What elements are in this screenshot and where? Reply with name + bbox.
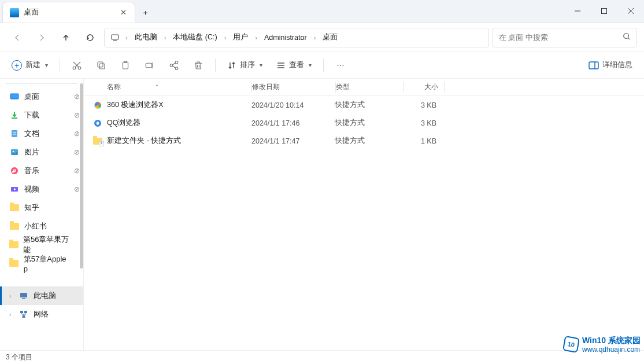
up-button[interactable]	[55, 27, 76, 48]
sort-asc-icon: ˄	[156, 84, 158, 90]
column-date[interactable]: 修改日期	[252, 82, 335, 92]
sidebar-item[interactable]: ›网络	[0, 305, 83, 323]
new-button[interactable]: + 新建 ▾	[6, 56, 54, 75]
column-size[interactable]: 大小	[404, 82, 444, 92]
sidebar-item-label: 第56章苹果万能	[23, 234, 69, 255]
svg-point-6	[624, 34, 629, 39]
sidebar[interactable]: 桌面⊘下载⊘文档⊘图片⊘音乐⊘视频⊘知乎⊘小红书⊘第56章苹果万能⊘第57章Ap…	[0, 79, 84, 350]
column-name[interactable]: 名称˄	[107, 82, 251, 92]
file-size: 3 KB	[402, 119, 442, 127]
view-button[interactable]: 查看 ▾	[271, 56, 317, 75]
file-icon	[92, 100, 103, 111]
copy-button[interactable]	[90, 56, 112, 75]
sidebar-item[interactable]: 第56章苹果万能⊘	[0, 236, 83, 254]
maximize-button[interactable]	[591, 0, 617, 23]
search-input[interactable]	[499, 34, 619, 42]
search-icon[interactable]	[623, 32, 631, 42]
details-pane-button[interactable]: 详细信息	[583, 56, 638, 75]
share-button[interactable]	[163, 56, 185, 75]
breadcrumb-item[interactable]: 用户	[231, 31, 250, 43]
back-button[interactable]	[7, 27, 28, 48]
folder-icon	[9, 203, 20, 213]
cut-button[interactable]	[66, 56, 88, 75]
pin-icon: ⊘	[74, 185, 80, 193]
close-window-button[interactable]	[617, 0, 644, 23]
sidebar-item[interactable]: 第57章Apple p⊘	[0, 254, 83, 273]
sidebar-item[interactable]: 音乐⊘	[0, 161, 83, 180]
chevron-right-icon: ›	[161, 34, 170, 41]
svg-rect-1	[602, 9, 607, 14]
sidebar-item[interactable]: 小红书⊘	[0, 217, 83, 236]
scrollbar-thumb[interactable]	[80, 83, 83, 269]
chevron-down-icon: ▾	[45, 62, 48, 68]
breadcrumb[interactable]: › 此电脑 › 本地磁盘 (C:) › 用户 › Administrator ›…	[104, 28, 489, 47]
sidebar-item[interactable]: 桌面⊘	[0, 87, 83, 106]
sidebar-item-label: 图片	[24, 147, 39, 157]
folder-icon	[9, 221, 20, 231]
video-icon	[9, 184, 20, 194]
file-row[interactable]: 新建文件夹 - 快捷方式2024/1/1 17:47快捷方式1 KB	[84, 132, 644, 150]
forward-button[interactable]	[31, 27, 52, 48]
file-size: 1 KB	[402, 137, 442, 145]
svg-rect-28	[10, 94, 18, 99]
svg-point-19	[170, 64, 173, 67]
svg-point-45	[97, 122, 99, 125]
close-tab-icon[interactable]: ✕	[119, 8, 128, 17]
view-icon	[276, 61, 286, 70]
sort-button[interactable]: 排序 ▾	[221, 56, 268, 75]
search-box[interactable]	[493, 28, 637, 47]
svg-rect-40	[20, 311, 23, 313]
breadcrumb-item[interactable]: 此电脑	[132, 31, 160, 43]
pc-icon	[109, 33, 121, 42]
view-label: 查看	[289, 60, 304, 70]
sidebar-item-label: 桌面	[24, 91, 39, 102]
file-date: 2024/1/1 17:47	[251, 137, 335, 145]
sidebar-item-label: 知乎	[24, 203, 39, 213]
nav-row: › 此电脑 › 本地磁盘 (C:) › 用户 › Administrator ›…	[0, 23, 644, 52]
sidebar-item[interactable]: ›此电脑	[0, 286, 83, 305]
sidebar-item-label: 下载	[24, 110, 39, 120]
breadcrumb-item[interactable]: 桌面	[320, 31, 340, 43]
sidebar-item-label: 文档	[24, 128, 39, 139]
desktop-icon	[10, 8, 19, 17]
chevron-right-icon: ›	[251, 34, 261, 41]
breadcrumb-item[interactable]: 本地磁盘 (C:)	[171, 31, 219, 43]
file-row[interactable]: 360 极速浏览器X2024/1/20 10:14快捷方式3 KB	[84, 96, 644, 114]
file-type: 快捷方式	[335, 136, 402, 146]
svg-point-20	[175, 67, 178, 70]
svg-rect-26	[589, 62, 598, 69]
active-tab[interactable]: 桌面 ✕	[2, 2, 135, 23]
separator	[6, 83, 77, 84]
file-type: 快捷方式	[335, 118, 402, 128]
sidebar-item-label: 网络	[34, 309, 49, 319]
rename-button[interactable]	[139, 56, 161, 75]
sidebar-item[interactable]: 图片⊘	[0, 143, 83, 161]
svg-rect-16	[146, 63, 152, 68]
status-text: 3 个项目	[6, 352, 32, 362]
folder-icon	[9, 240, 18, 250]
file-list[interactable]: 名称˄ 修改日期 类型 大小 360 极速浏览器X2024/1/20 10:14…	[84, 79, 644, 350]
column-type[interactable]: 类型	[336, 82, 403, 92]
plus-icon: +	[12, 60, 22, 71]
minimize-button[interactable]	[564, 0, 591, 23]
more-button[interactable]: ···	[330, 56, 351, 75]
pc-icon	[18, 291, 29, 301]
file-row[interactable]: QQ浏览器2024/1/1 17:46快捷方式3 KB	[84, 114, 644, 132]
svg-line-22	[172, 66, 175, 68]
svg-rect-12	[99, 64, 105, 69]
breadcrumb-item[interactable]: Administrator	[262, 32, 309, 43]
title-bar: 桌面 ✕ ＋	[0, 0, 644, 23]
sidebar-item[interactable]: 视频⊘	[0, 180, 83, 198]
file-icon	[92, 117, 103, 129]
refresh-button[interactable]	[80, 27, 101, 48]
folder-icon	[9, 258, 19, 269]
new-tab-button[interactable]: ＋	[135, 3, 155, 23]
status-bar: 3 个项目	[0, 350, 644, 364]
sidebar-item[interactable]: 文档⊘	[0, 124, 83, 143]
delete-button[interactable]	[187, 56, 209, 75]
pin-icon: ⊘	[74, 148, 80, 156]
paste-button[interactable]	[114, 56, 136, 75]
sidebar-item[interactable]: 下载⊘	[0, 106, 83, 124]
svg-rect-41	[24, 311, 27, 313]
sidebar-item[interactable]: 知乎⊘	[0, 198, 83, 217]
